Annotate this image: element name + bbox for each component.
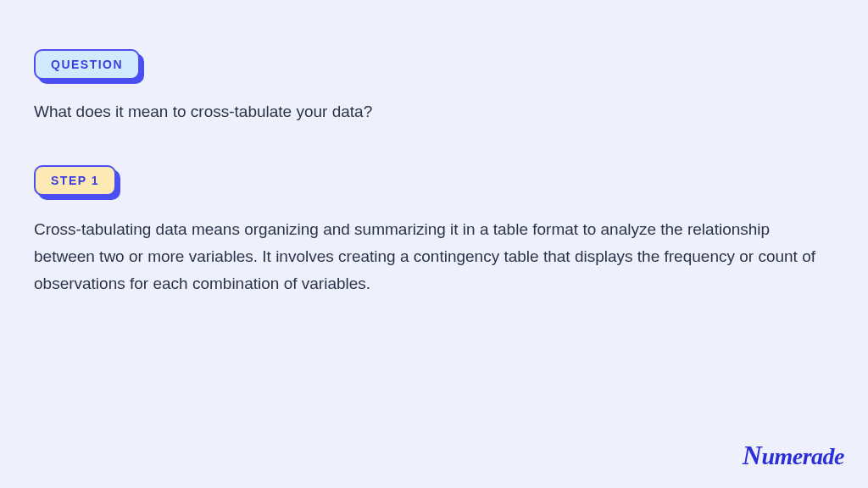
question-text: What does it mean to cross-tabulate your… bbox=[34, 100, 834, 125]
main-content: QUESTION What does it mean to cross-tabu… bbox=[0, 0, 868, 331]
step-badge: STEP 1 bbox=[34, 165, 116, 196]
logo-text: umerade bbox=[761, 443, 844, 469]
question-badge: QUESTION bbox=[34, 49, 140, 80]
question-badge-wrapper: QUESTION bbox=[34, 49, 140, 80]
logo-letter: N bbox=[743, 440, 762, 470]
step-badge-wrapper: STEP 1 bbox=[34, 165, 116, 196]
step-text: Cross-tabulating data means organizing a… bbox=[34, 216, 834, 298]
brand-logo: Numerade bbox=[743, 440, 844, 471]
